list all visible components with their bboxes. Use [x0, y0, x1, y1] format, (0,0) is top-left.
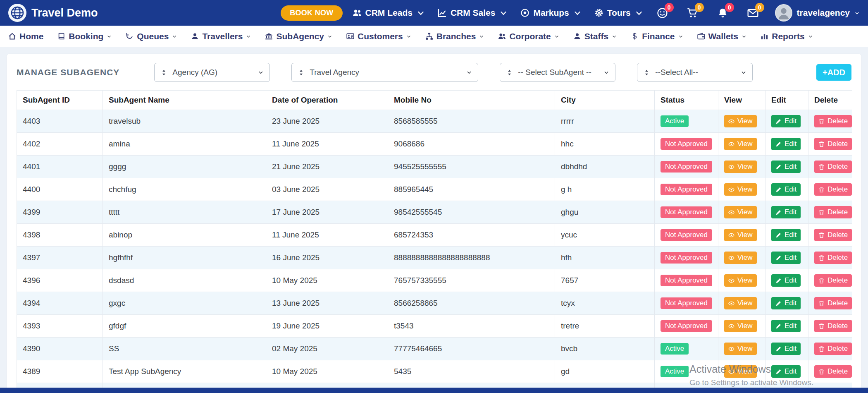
cell-date-of-operation: 02 May 2025 — [266, 338, 388, 360]
delete-button[interactable]: Delete — [814, 206, 852, 218]
agency-select[interactable]: Travel Agency — [291, 63, 478, 82]
edit-button[interactable]: Edit — [771, 343, 801, 355]
cell-mobile-no: t3543 — [388, 315, 555, 338]
user-icon — [191, 32, 199, 40]
delete-button[interactable]: Delete — [814, 365, 852, 378]
edit-button[interactable]: Edit — [771, 252, 801, 264]
cell-status: Not Approved — [655, 292, 718, 315]
view-button[interactable]: View — [724, 320, 757, 332]
edit-button[interactable]: Edit — [771, 274, 801, 287]
caret-down-icon — [499, 8, 508, 17]
view-button[interactable]: View — [724, 229, 757, 241]
nav-item-booking[interactable]: Booking — [57, 31, 112, 41]
table-row: 4393 gfdgf 19 June 2025 t3543 tretre Not… — [17, 315, 852, 338]
view-button[interactable]: View — [724, 252, 757, 264]
nav-item-reports[interactable]: Reports — [761, 31, 813, 41]
topbar-menus: CRM LeadsCRM SalesMarkupsTours — [353, 8, 644, 18]
agency-type-select[interactable]: Agency (AG) — [154, 63, 270, 82]
cell-subagent-id: 4401 — [17, 156, 103, 178]
nav-item-travellers[interactable]: Travellers — [191, 31, 251, 41]
view-button[interactable]: View — [724, 365, 757, 378]
cell-subagent-name: chchfug — [103, 178, 266, 201]
nav-item-finance[interactable]: Finance — [631, 31, 683, 41]
edit-button[interactable]: Edit — [771, 320, 801, 332]
view-button[interactable]: View — [724, 138, 757, 150]
filters: Agency (AG)Travel Agency-- Select SubAge… — [154, 63, 753, 82]
add-button[interactable]: +ADD — [816, 64, 851, 81]
caret-down-icon — [554, 34, 559, 39]
view-button[interactable]: View — [724, 115, 757, 127]
edit-button[interactable]: Edit — [771, 183, 801, 196]
smiley-button[interactable]: 0 — [657, 7, 668, 19]
cell-mobile-no: 8568585555 — [388, 110, 555, 133]
delete-button[interactable]: Delete — [814, 115, 852, 127]
bell-button[interactable]: 0 — [717, 7, 728, 19]
delete-button[interactable]: Delete — [814, 183, 852, 196]
delete-button[interactable]: Delete — [814, 138, 852, 150]
topbar-menu-tours[interactable]: Tours — [594, 8, 644, 18]
delete-button[interactable]: Delete — [814, 274, 852, 287]
rotate-icon — [126, 32, 134, 40]
nav-item-home[interactable]: Home — [8, 31, 43, 41]
delete-button[interactable]: Delete — [814, 320, 852, 332]
user-menu[interactable]: travelagency — [775, 4, 860, 22]
edit-button[interactable]: Edit — [771, 206, 801, 218]
cell-city: hhc — [555, 133, 655, 156]
delete-label: Delete — [827, 299, 848, 307]
view-button[interactable]: View — [724, 297, 757, 309]
brand[interactable]: Travel Demo — [8, 4, 98, 22]
delete-label: Delete — [827, 367, 848, 376]
nav-item-subagency[interactable]: SubAgency — [265, 31, 332, 41]
nav-item-branches[interactable]: Branches — [425, 31, 484, 41]
eye-icon — [728, 300, 734, 307]
sitemap-icon — [425, 32, 433, 40]
book-now-button[interactable]: BOOK NOW — [281, 5, 342, 21]
caret-down-icon — [258, 69, 264, 75]
cart-button[interactable]: 0 — [687, 7, 698, 19]
cell-subagent-name: amina — [103, 133, 266, 156]
view-button[interactable]: View — [724, 206, 757, 218]
table-row: 4403 travelsub 23 June 2025 8568585555 r… — [17, 110, 852, 133]
cell-city: tretre — [555, 315, 655, 338]
pencil-icon — [775, 278, 782, 284]
view-button[interactable]: View — [724, 274, 757, 287]
view-button[interactable]: View — [724, 161, 757, 173]
edit-button[interactable]: Edit — [771, 365, 801, 378]
envelope-button[interactable]: 0 — [747, 7, 758, 19]
edit-button[interactable]: Edit — [771, 138, 801, 150]
view-label: View — [737, 299, 753, 307]
eye-icon — [728, 369, 734, 375]
delete-button[interactable]: Delete — [814, 297, 852, 309]
delete-button[interactable]: Delete — [814, 343, 852, 355]
nav-item-staffs[interactable]: Staffs — [573, 31, 617, 41]
delete-button[interactable]: Delete — [814, 161, 852, 173]
topbar-notification-icons: 0000 — [657, 7, 758, 19]
cell-edit: Edit — [765, 292, 808, 315]
subagent-select[interactable]: -- Select SubAgent -- — [500, 63, 615, 82]
nav-item-wallets[interactable]: Wallets — [697, 31, 747, 41]
edit-button[interactable]: Edit — [771, 115, 801, 127]
nav-label: Wallets — [708, 31, 739, 41]
nav-item-corporate[interactable]: Corporate — [498, 31, 559, 41]
cell-status: Not Approved — [655, 178, 718, 201]
edit-button[interactable]: Edit — [771, 297, 801, 309]
select-all-select[interactable]: --Select All-- — [637, 63, 753, 82]
delete-button[interactable]: Delete — [814, 229, 852, 241]
topbar-menu-markups[interactable]: Markups — [520, 8, 582, 18]
view-button[interactable]: View — [724, 343, 757, 355]
cell-status: Active — [655, 360, 718, 383]
notification-badge: 0 — [725, 3, 734, 12]
cell-mobile-no: 5435 — [388, 360, 555, 383]
cell-delete: Delete — [808, 315, 852, 338]
view-button[interactable]: View — [724, 183, 757, 196]
edit-button[interactable]: Edit — [771, 161, 801, 173]
cell-date-of-operation: 19 June 2025 — [266, 315, 388, 338]
edit-button[interactable]: Edit — [771, 229, 801, 241]
delete-button[interactable]: Delete — [814, 252, 852, 264]
topbar-menu-crm-leads[interactable]: CRM Leads — [353, 8, 425, 18]
nav-item-queues[interactable]: Queues — [126, 31, 177, 41]
nav-label: Corporate — [509, 31, 551, 41]
topbar-menu-crm-sales[interactable]: CRM Sales — [438, 8, 508, 18]
menu-label: CRM Leads — [365, 8, 413, 18]
nav-item-customers[interactable]: Customers — [346, 31, 411, 41]
